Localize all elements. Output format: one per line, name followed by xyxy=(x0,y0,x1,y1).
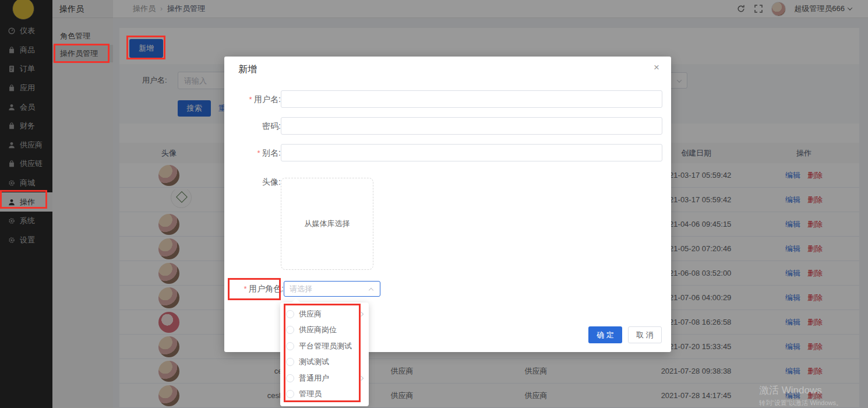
confirm-button[interactable]: 确 定 xyxy=(588,326,622,343)
role-option[interactable]: 供应商岗位 xyxy=(280,322,369,339)
username-field-label: 用户名: xyxy=(228,90,281,108)
role-dropdown-panel: 供应商 供应商岗位 平台管理员测试 测试测试 普通用户 管理员 xyxy=(280,303,369,406)
alias-field-label: 别名: xyxy=(228,144,281,162)
role-option-label: 普通用户 xyxy=(299,373,329,384)
role-option[interactable]: 供应商 xyxy=(280,306,369,322)
role-select-placeholder: 请选择 xyxy=(290,284,312,294)
cancel-button[interactable]: 取 消 xyxy=(628,326,662,343)
close-icon[interactable]: × xyxy=(654,62,659,72)
radio-icon[interactable] xyxy=(286,342,294,350)
role-option[interactable]: 平台管理员测试 xyxy=(280,338,369,354)
radio-icon[interactable] xyxy=(286,326,294,334)
role-option[interactable]: 管理员 xyxy=(280,386,369,403)
radio-icon[interactable] xyxy=(286,358,294,366)
modal-title: 新增 xyxy=(238,64,257,76)
username-field[interactable] xyxy=(281,90,662,108)
radio-icon[interactable] xyxy=(286,310,294,318)
role-option[interactable]: 测试测试 xyxy=(280,354,369,371)
role-option-label: 测试测试 xyxy=(299,357,329,367)
chevron-up-icon xyxy=(369,288,373,293)
radio-icon[interactable] xyxy=(286,390,294,398)
role-option-label: 平台管理员测试 xyxy=(299,341,352,351)
role-option-label: 供应商岗位 xyxy=(299,325,337,335)
role-select[interactable]: 请选择 xyxy=(284,281,380,297)
media-library-picker[interactable]: 从媒体库选择 xyxy=(281,178,373,270)
role-option-label: 管理员 xyxy=(299,389,322,399)
chevron-right-icon xyxy=(359,312,364,316)
role-option-label: 供应商 xyxy=(299,309,322,319)
chevron-right-icon xyxy=(359,376,364,381)
password-field-label: 密码: xyxy=(228,117,281,135)
avatar-field-label: 头像: xyxy=(228,173,281,191)
role-option[interactable]: 普通用户 xyxy=(280,370,369,386)
radio-icon[interactable] xyxy=(286,374,294,382)
alias-field[interactable] xyxy=(281,144,662,161)
password-field[interactable] xyxy=(281,117,662,135)
role-field-label: 用户角色: xyxy=(231,280,284,298)
